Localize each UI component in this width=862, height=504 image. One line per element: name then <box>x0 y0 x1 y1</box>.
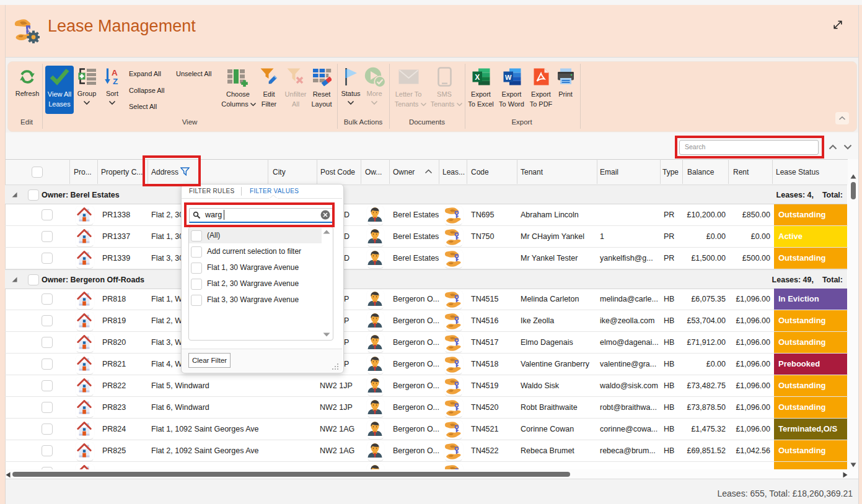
svg-text:A: A <box>112 68 118 77</box>
svg-text:W: W <box>505 74 512 81</box>
svg-text:Z: Z <box>113 77 118 85</box>
svg-text:X: X <box>475 73 480 82</box>
